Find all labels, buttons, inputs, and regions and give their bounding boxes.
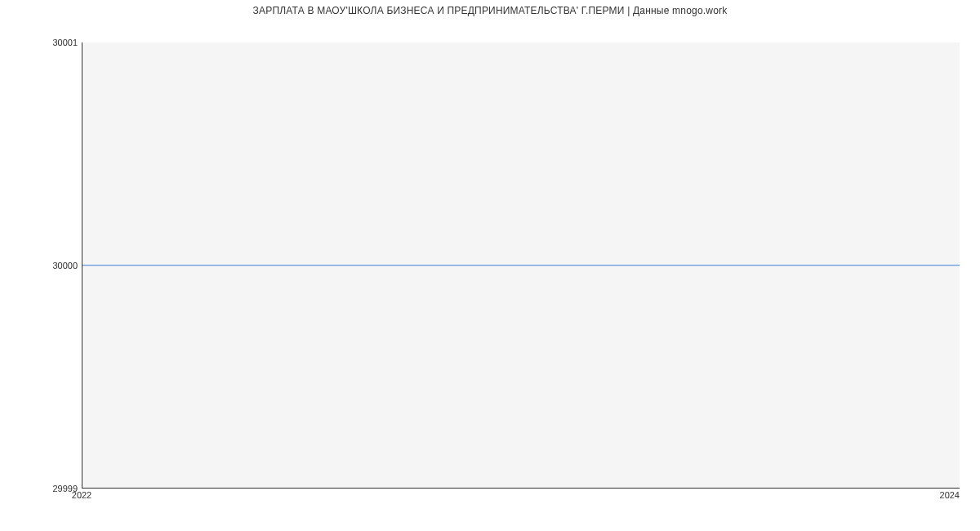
chart-container: ЗАРПЛАТА В МАОУ'ШКОЛА БИЗНЕСА И ПРЕДПРИН… [0,0,980,531]
x-axis-tick-2022: 2022 [72,490,91,500]
plot-area [82,42,960,489]
x-axis-tick-2024: 2024 [940,490,960,500]
data-line [82,265,960,266]
chart-title: ЗАРПЛАТА В МАОУ'ШКОЛА БИЗНЕСА И ПРЕДПРИН… [0,5,980,16]
y-axis-tick-30001: 30001 [52,38,78,47]
y-axis-tick-30000: 30000 [52,261,78,270]
